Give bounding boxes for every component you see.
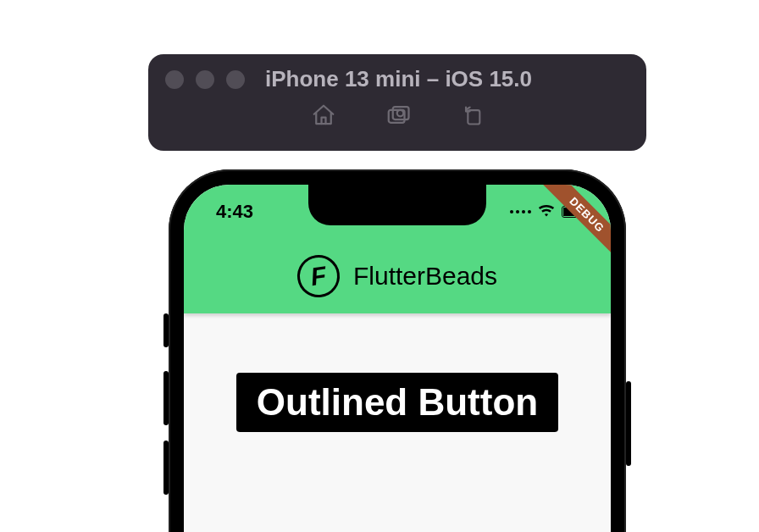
volume-down-button <box>163 441 169 495</box>
toolbar-top-row: iPhone 13 mini – iOS 15.0 <box>165 66 629 92</box>
window-traffic-lights <box>165 70 245 89</box>
phone-screen: DEBUG 4:43 <box>184 185 611 532</box>
svg-rect-1 <box>393 107 409 119</box>
wifi-icon <box>538 203 555 220</box>
minimize-window-dot[interactable] <box>196 70 214 89</box>
toolbar-icon-row <box>165 103 629 128</box>
power-button <box>626 381 631 466</box>
home-icon[interactable] <box>311 103 336 128</box>
volume-up-button <box>163 371 169 425</box>
simulator-title: iPhone 13 mini – iOS 15.0 <box>265 66 532 92</box>
app-bar: F FlutterBeads <box>184 239 611 313</box>
simulator-toolbar: iPhone 13 mini – iOS 15.0 <box>148 54 646 151</box>
app-logo-icon: F <box>295 252 342 300</box>
zoom-window-dot[interactable] <box>226 70 245 89</box>
rotate-icon[interactable] <box>460 103 484 127</box>
notch <box>308 185 486 225</box>
svg-rect-3 <box>468 110 479 124</box>
signal-icon <box>510 210 531 213</box>
app-body: Outlined Button <box>184 313 611 532</box>
status-time: 4:43 <box>216 201 253 223</box>
close-window-dot[interactable] <box>165 70 184 89</box>
app-title: FlutterBeads <box>353 262 497 291</box>
outlined-button[interactable]: Outlined Button <box>236 373 558 432</box>
screenshot-icon[interactable] <box>385 103 411 128</box>
phone-frame: DEBUG 4:43 <box>169 169 626 532</box>
mute-switch <box>163 313 169 347</box>
